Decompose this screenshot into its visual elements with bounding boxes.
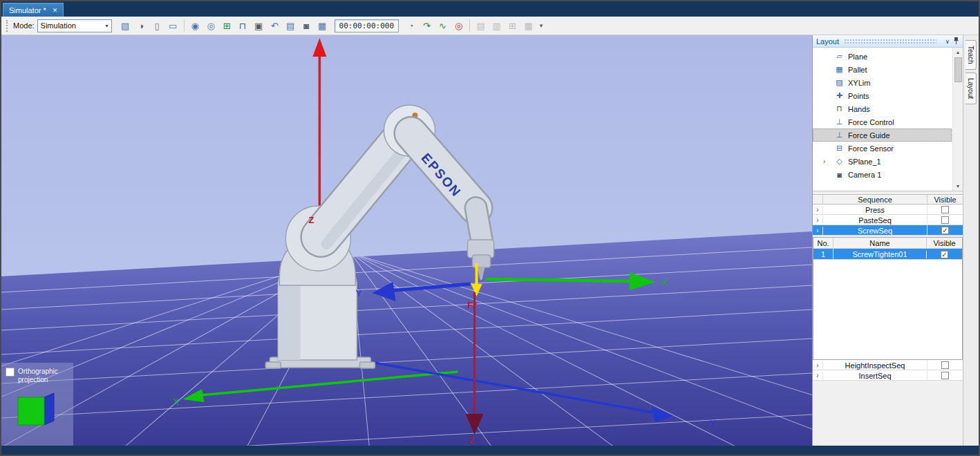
camera-follow-button[interactable]: ◎ bbox=[203, 18, 219, 33]
toolbar-overflow-button[interactable]: ▾ bbox=[536, 18, 546, 33]
tab-layout[interactable]: Layout bbox=[965, 73, 977, 104]
visible-checkbox[interactable] bbox=[941, 216, 949, 224]
virtual-camera-button[interactable]: ◙ bbox=[299, 18, 314, 33]
layout-item-camera-1[interactable]: ◙ Camera 1 bbox=[813, 168, 952, 181]
layout-item-xylim[interactable]: ▨ XYLim bbox=[813, 76, 952, 89]
simulation-time-display: 00:00:00:000 bbox=[334, 19, 399, 32]
view-flat-icon: ▭ bbox=[169, 21, 177, 30]
steps-empty-area bbox=[813, 260, 962, 359]
sequence-row-press[interactable]: › Press bbox=[813, 205, 963, 215]
pin-icon[interactable] bbox=[953, 37, 959, 45]
add-camera-button[interactable]: ⊞ bbox=[219, 18, 235, 33]
layout-item-label: Plane bbox=[848, 53, 867, 61]
layout-panel: Layout ∨ ▱ Plane ▦ Pallet ▨ bbox=[812, 35, 963, 446]
no-column-header: No. bbox=[813, 238, 833, 249]
toolbar-separator bbox=[469, 19, 470, 32]
layout-item-label: Hands bbox=[848, 105, 870, 113]
mode-label: Mode: bbox=[13, 21, 35, 30]
snapshot-button[interactable]: ▣ bbox=[251, 18, 267, 33]
toolbar-overflow-icon: ▾ bbox=[540, 23, 543, 29]
sequence-steps-table: No. Name Visible 1 ScrewTighten01 ✓ bbox=[813, 237, 963, 360]
layout-panel-header: Layout ∨ bbox=[813, 35, 963, 48]
expand-icon[interactable]: › bbox=[813, 206, 822, 213]
tree-scrollbar[interactable]: ▲ ▼ bbox=[952, 48, 963, 191]
scene-canvas: EPSON Z X Y Fz bbox=[1, 35, 812, 446]
add-camera-icon: ⊞ bbox=[223, 21, 231, 30]
y-effector-label: Y bbox=[355, 288, 361, 298]
visible-checkbox[interactable]: ✓ bbox=[941, 251, 948, 258]
show-robot-button[interactable]: ◉ bbox=[187, 18, 203, 33]
sequence-row-insertseq[interactable]: › InsertSeq bbox=[813, 370, 963, 381]
reset-view-button[interactable]: ↶ bbox=[267, 18, 283, 33]
view-flat-button[interactable]: ▭ bbox=[165, 18, 181, 33]
expand-icon[interactable]: › bbox=[813, 227, 822, 234]
view-solid-button[interactable]: ▧ bbox=[117, 18, 133, 33]
visible-checkbox[interactable] bbox=[941, 372, 949, 379]
layout-item-splane-1[interactable]: › ◇ SPlane_1 bbox=[813, 155, 952, 168]
sequence-name: Press bbox=[822, 206, 927, 214]
align-window-4-icon: ▦ bbox=[524, 21, 532, 30]
sequence-column-header: Sequence bbox=[822, 195, 927, 205]
record-video-button[interactable]: ▦ bbox=[314, 18, 330, 33]
property-grid-button[interactable]: ▤ bbox=[283, 18, 299, 33]
sequence-row-pasteseq[interactable]: › PasteSeq bbox=[813, 215, 963, 225]
scrollbar-thumb[interactable] bbox=[954, 57, 962, 82]
expand-icon[interactable]: › bbox=[823, 158, 825, 165]
visible-checkbox[interactable] bbox=[941, 206, 949, 213]
view-cube-icon[interactable] bbox=[12, 390, 58, 430]
scroll-down-icon[interactable]: ▼ bbox=[956, 182, 961, 191]
property-grid-icon: ▤ bbox=[286, 21, 294, 30]
layout-tree: ▱ Plane ▦ Pallet ▨ XYLim ✚ Points ⊓ Ha bbox=[813, 48, 963, 191]
align-window-2-button: ▥ bbox=[489, 18, 505, 33]
panel-title: Layout bbox=[816, 37, 839, 46]
close-icon[interactable]: ✕ bbox=[53, 7, 58, 14]
visible-column-header: Visible bbox=[927, 195, 963, 205]
visible-checkbox[interactable] bbox=[941, 361, 949, 369]
step-run-button[interactable]: ↷ bbox=[419, 18, 435, 33]
graph-button[interactable]: ∿ bbox=[435, 18, 451, 33]
view-wireframe-button[interactable]: ▯ bbox=[149, 18, 165, 33]
collision-view-button[interactable]: ◎ bbox=[451, 18, 467, 33]
name-column-header: Name bbox=[833, 238, 926, 249]
expand-icon[interactable]: › bbox=[813, 216, 822, 224]
tab-teach[interactable]: Teach bbox=[965, 40, 977, 70]
toolbar-grip[interactable] bbox=[6, 20, 9, 32]
orthographic-label: Orthographic projection bbox=[18, 368, 69, 383]
layout-item-force-control[interactable]: ⊥ Force Control bbox=[813, 115, 952, 129]
view-shaded-icon: ◑ bbox=[138, 21, 144, 30]
layout-item-label: Force Guide bbox=[848, 131, 890, 140]
layout-item-points[interactable]: ✚ Points bbox=[813, 89, 952, 102]
layout-item-label: Force Sensor bbox=[848, 144, 894, 153]
sim-speed-icon: ◔ bbox=[408, 21, 414, 30]
record-video-icon: ▦ bbox=[318, 21, 326, 30]
view-solid-icon: ▧ bbox=[121, 21, 129, 30]
layout-item-hands[interactable]: ⊓ Hands bbox=[813, 102, 952, 115]
reset-view-icon: ↶ bbox=[271, 21, 279, 30]
layout-item-force-sensor[interactable]: ⊟ Force Sensor bbox=[813, 142, 952, 155]
align-window-3-button: ⊞ bbox=[505, 18, 520, 33]
expand-icon[interactable]: › bbox=[813, 372, 822, 379]
sequence-row-screwseq[interactable]: › ScrewSeq ✓ bbox=[813, 225, 963, 236]
sequence-row-heightinspectseq[interactable]: › HeightInspectSeq bbox=[813, 360, 963, 370]
layout-item-label: SPlane_1 bbox=[848, 158, 881, 166]
splane-icon: ◇ bbox=[834, 157, 845, 166]
layout-item-plane[interactable]: ▱ Plane bbox=[813, 50, 952, 63]
view-shaded-button[interactable]: ◑ bbox=[133, 18, 149, 33]
mode-dropdown[interactable]: Simulation ▾ bbox=[37, 19, 112, 32]
view-wireframe-icon: ▯ bbox=[155, 21, 160, 30]
visible-checkbox[interactable]: ✓ bbox=[941, 227, 949, 234]
expand-icon[interactable]: › bbox=[813, 361, 822, 369]
hand-tool-button[interactable]: ⊓ bbox=[235, 18, 251, 33]
tab-simulator[interactable]: Simulator * ✕ bbox=[3, 3, 64, 17]
scroll-up-icon[interactable]: ▲ bbox=[956, 48, 961, 57]
orthographic-checkbox[interactable] bbox=[6, 368, 15, 377]
x-effector-label: X bbox=[662, 277, 668, 287]
layout-item-pallet[interactable]: ▦ Pallet bbox=[813, 63, 952, 76]
sim-speed-button[interactable]: ◔ bbox=[403, 18, 419, 33]
viewport-3d[interactable]: EPSON Z X Y Fz bbox=[1, 35, 812, 446]
show-robot-icon: ◉ bbox=[191, 21, 198, 30]
document-tab-bar: Simulator * ✕ bbox=[1, 1, 979, 17]
step-row-screwtighten01[interactable]: 1 ScrewTighten01 ✓ bbox=[813, 249, 962, 260]
collapse-chevron-icon[interactable]: ∨ bbox=[945, 38, 950, 45]
layout-item-force-guide[interactable]: ⊥ Force Guide bbox=[813, 129, 952, 142]
